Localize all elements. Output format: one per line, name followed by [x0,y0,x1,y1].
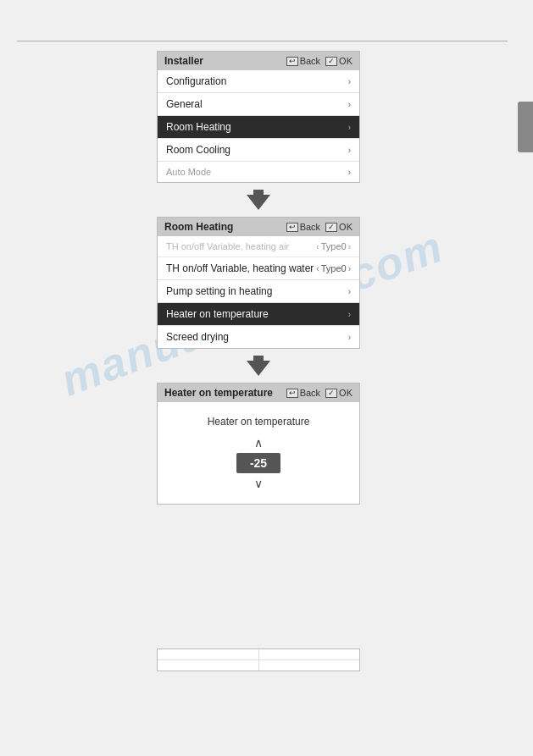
menu-item-th-air-label: TH on/off Variable, heating air [166,241,289,251]
bottom-table-row-1 [158,649,359,660]
menu-item-configuration-label: Configuration [166,75,226,87]
arrow-down-2 [157,349,360,383]
menu-item-heater-on-temp[interactable]: Heater on temperature › [158,303,359,326]
svg-marker-1 [247,356,270,376]
heater-on-temp-panel: Heater on temperature ↩ Back ✓ OK Heater… [157,383,360,505]
installer-header-actions: ↩ Back ✓ OK [286,56,353,66]
room-heating-back-label: Back [300,222,320,232]
chevron-icon: › [348,146,351,155]
menu-item-th-water[interactable]: TH on/off Variable, heating water ‹ Type… [158,257,359,280]
heater-on-temp-ok-btn[interactable]: ✓ OK [325,388,353,398]
room-heating-back-btn[interactable]: ↩ Back [286,222,320,232]
ok-icon: ✓ [325,57,337,66]
bottom-table-cell-2-2 [259,660,360,670]
heater-on-temp-back-btn[interactable]: ↩ Back [286,388,320,398]
installer-back-btn[interactable]: ↩ Back [286,56,320,66]
svg-marker-0 [247,190,270,210]
menu-item-room-cooling[interactable]: Room Cooling › [158,139,359,162]
menu-item-auto-mode-label: Auto Mode [166,167,211,177]
top-divider [17,41,508,41]
chevron-icon: › [348,100,351,109]
menu-item-heater-on-temp-label: Heater on temperature [166,308,269,320]
chevron-icon: › [348,287,351,296]
menu-item-auto-mode[interactable]: Auto Mode › [158,162,359,182]
value-label: Heater on temperature [208,416,310,428]
room-heating-panel: Room Heating ↩ Back ✓ OK TH on/off Varia… [157,217,360,349]
chevron-icon: › [348,77,351,86]
arrow-down-1 [157,183,360,217]
chevron-icon: › [348,123,351,132]
value-increment-button[interactable]: ∧ [254,436,263,450]
back-icon: ↩ [286,57,298,66]
heater-on-temp-back-label: Back [300,388,320,398]
menu-item-screed-drying-label: Screed drying [166,331,229,343]
bottom-table-cell-1-2 [259,649,360,659]
installer-back-label: Back [300,56,320,66]
menu-item-general[interactable]: General › [158,93,359,116]
chevron-icon: › [348,168,351,177]
heater-on-temp-ok-label: OK [339,388,353,398]
bottom-table-cell-2-1 [158,660,259,670]
installer-panel: Installer ↩ Back ✓ OK Configuration › Ge… [157,51,360,183]
panels-area: Installer ↩ Back ✓ OK Configuration › Ge… [157,51,360,505]
menu-item-room-heating[interactable]: Room Heating › [158,116,359,139]
menu-item-th-air[interactable]: TH on/off Variable, heating air ‹ Type0 … [158,236,359,257]
installer-ok-label: OK [339,56,353,66]
menu-item-general-label: General [166,98,203,110]
room-heating-title: Room Heating [164,221,233,233]
heater-on-temp-panel-header: Heater on temperature ↩ Back ✓ OK [158,384,359,402]
bottom-table-cell-1-1 [158,649,259,659]
installer-ok-btn[interactable]: ✓ OK [325,56,353,66]
value-display: -25 [236,453,280,473]
menu-item-configuration[interactable]: Configuration › [158,70,359,93]
type-badge-water: ‹ Type0 › [316,263,351,273]
heater-on-temp-title: Heater on temperature [164,387,273,399]
room-heating-header-actions: ↩ Back ✓ OK [286,222,353,232]
bottom-table [157,648,360,671]
room-heating-ok-btn[interactable]: ✓ OK [325,222,353,232]
menu-item-screed-drying[interactable]: Screed drying › [158,326,359,348]
menu-item-room-heating-label: Room Heating [166,121,231,133]
back-icon: ↩ [286,389,298,398]
down-arrow-icon-2 [243,350,274,381]
down-arrow-icon-1 [243,185,274,215]
value-panel-body: Heater on temperature ∧ -25 ∨ [158,402,359,504]
installer-panel-header: Installer ↩ Back ✓ OK [158,52,359,70]
ok-icon: ✓ [325,223,337,232]
back-icon: ↩ [286,223,298,232]
bottom-table-row-2 [158,660,359,670]
heater-on-temp-header-actions: ↩ Back ✓ OK [286,388,353,398]
room-heating-ok-label: OK [339,222,353,232]
room-heating-panel-header: Room Heating ↩ Back ✓ OK [158,218,359,236]
right-tab [518,102,533,152]
installer-title: Installer [164,55,203,67]
menu-item-th-water-label: TH on/off Variable, heating water [166,262,314,274]
menu-item-pump-setting[interactable]: Pump setting in heating › [158,280,359,303]
ok-icon: ✓ [325,389,337,398]
value-decrement-button[interactable]: ∨ [254,477,263,490]
menu-item-room-cooling-label: Room Cooling [166,144,230,156]
chevron-icon: › [348,333,351,342]
menu-item-pump-setting-label: Pump setting in heating [166,285,272,297]
type-badge-air: ‹ Type0 › [316,241,351,251]
chevron-icon: › [348,310,351,319]
